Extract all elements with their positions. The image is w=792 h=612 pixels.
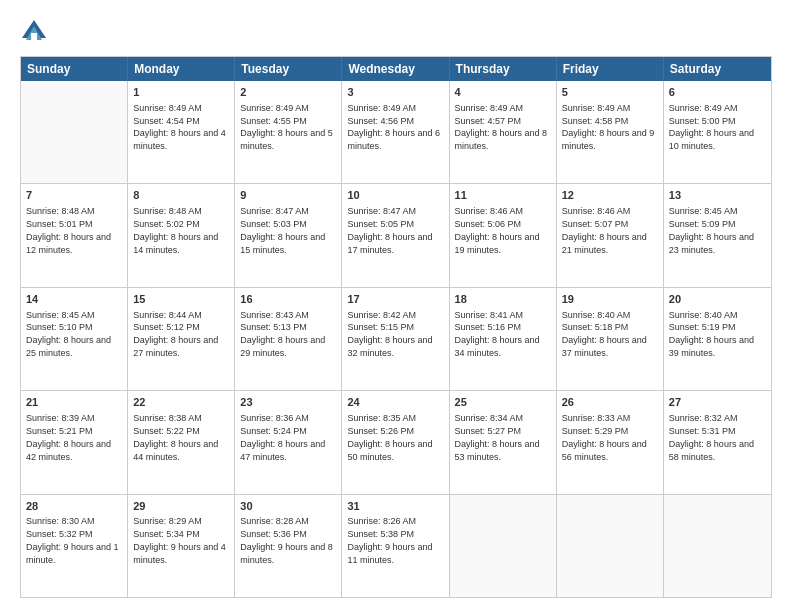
calendar-cell: 11Sunrise: 8:46 AMSunset: 5:06 PMDayligh… [450, 184, 557, 286]
calendar-cell: 8Sunrise: 8:48 AMSunset: 5:02 PMDaylight… [128, 184, 235, 286]
svg-rect-2 [31, 33, 37, 40]
cell-info: Sunrise: 8:34 AMSunset: 5:27 PMDaylight:… [455, 413, 540, 461]
cell-info: Sunrise: 8:29 AMSunset: 5:34 PMDaylight:… [133, 516, 226, 564]
cell-info: Sunrise: 8:33 AMSunset: 5:29 PMDaylight:… [562, 413, 647, 461]
cell-info: Sunrise: 8:35 AMSunset: 5:26 PMDaylight:… [347, 413, 432, 461]
cell-info: Sunrise: 8:47 AMSunset: 5:03 PMDaylight:… [240, 206, 325, 254]
day-number: 4 [455, 85, 551, 100]
cell-info: Sunrise: 8:49 AMSunset: 4:58 PMDaylight:… [562, 103, 655, 151]
calendar-body: 1Sunrise: 8:49 AMSunset: 4:54 PMDaylight… [21, 81, 771, 597]
calendar-cell: 21Sunrise: 8:39 AMSunset: 5:21 PMDayligh… [21, 391, 128, 493]
calendar-header: SundayMondayTuesdayWednesdayThursdayFrid… [21, 57, 771, 81]
calendar-week-row: 1Sunrise: 8:49 AMSunset: 4:54 PMDaylight… [21, 81, 771, 183]
cell-info: Sunrise: 8:45 AMSunset: 5:09 PMDaylight:… [669, 206, 754, 254]
calendar-cell: 6Sunrise: 8:49 AMSunset: 5:00 PMDaylight… [664, 81, 771, 183]
page: SundayMondayTuesdayWednesdayThursdayFrid… [0, 0, 792, 612]
day-number: 27 [669, 395, 766, 410]
cell-info: Sunrise: 8:49 AMSunset: 4:55 PMDaylight:… [240, 103, 333, 151]
day-number: 28 [26, 499, 122, 514]
calendar-cell: 22Sunrise: 8:38 AMSunset: 5:22 PMDayligh… [128, 391, 235, 493]
logo [20, 18, 52, 46]
day-header: Monday [128, 57, 235, 81]
cell-info: Sunrise: 8:38 AMSunset: 5:22 PMDaylight:… [133, 413, 218, 461]
calendar-cell: 30Sunrise: 8:28 AMSunset: 5:36 PMDayligh… [235, 495, 342, 597]
calendar-cell: 14Sunrise: 8:45 AMSunset: 5:10 PMDayligh… [21, 288, 128, 390]
calendar-week-row: 28Sunrise: 8:30 AMSunset: 5:32 PMDayligh… [21, 494, 771, 597]
calendar-cell: 7Sunrise: 8:48 AMSunset: 5:01 PMDaylight… [21, 184, 128, 286]
cell-info: Sunrise: 8:48 AMSunset: 5:01 PMDaylight:… [26, 206, 111, 254]
day-header: Friday [557, 57, 664, 81]
calendar-cell: 18Sunrise: 8:41 AMSunset: 5:16 PMDayligh… [450, 288, 557, 390]
logo-icon [20, 18, 48, 46]
calendar-cell: 1Sunrise: 8:49 AMSunset: 4:54 PMDaylight… [128, 81, 235, 183]
day-number: 11 [455, 188, 551, 203]
cell-info: Sunrise: 8:49 AMSunset: 4:56 PMDaylight:… [347, 103, 440, 151]
cell-info: Sunrise: 8:42 AMSunset: 5:15 PMDaylight:… [347, 310, 432, 358]
day-number: 14 [26, 292, 122, 307]
day-number: 16 [240, 292, 336, 307]
day-header: Wednesday [342, 57, 449, 81]
day-number: 5 [562, 85, 658, 100]
day-number: 17 [347, 292, 443, 307]
calendar-cell: 12Sunrise: 8:46 AMSunset: 5:07 PMDayligh… [557, 184, 664, 286]
calendar-cell: 15Sunrise: 8:44 AMSunset: 5:12 PMDayligh… [128, 288, 235, 390]
cell-info: Sunrise: 8:36 AMSunset: 5:24 PMDaylight:… [240, 413, 325, 461]
cell-info: Sunrise: 8:30 AMSunset: 5:32 PMDaylight:… [26, 516, 119, 564]
cell-info: Sunrise: 8:41 AMSunset: 5:16 PMDaylight:… [455, 310, 540, 358]
day-number: 10 [347, 188, 443, 203]
day-number: 24 [347, 395, 443, 410]
day-header: Thursday [450, 57, 557, 81]
day-number: 25 [455, 395, 551, 410]
calendar-cell: 4Sunrise: 8:49 AMSunset: 4:57 PMDaylight… [450, 81, 557, 183]
calendar-cell [21, 81, 128, 183]
calendar-cell: 31Sunrise: 8:26 AMSunset: 5:38 PMDayligh… [342, 495, 449, 597]
cell-info: Sunrise: 8:49 AMSunset: 4:54 PMDaylight:… [133, 103, 226, 151]
day-number: 26 [562, 395, 658, 410]
day-header: Sunday [21, 57, 128, 81]
calendar-cell: 20Sunrise: 8:40 AMSunset: 5:19 PMDayligh… [664, 288, 771, 390]
calendar-cell: 16Sunrise: 8:43 AMSunset: 5:13 PMDayligh… [235, 288, 342, 390]
day-number: 13 [669, 188, 766, 203]
calendar-cell: 25Sunrise: 8:34 AMSunset: 5:27 PMDayligh… [450, 391, 557, 493]
day-number: 2 [240, 85, 336, 100]
calendar-cell: 17Sunrise: 8:42 AMSunset: 5:15 PMDayligh… [342, 288, 449, 390]
cell-info: Sunrise: 8:43 AMSunset: 5:13 PMDaylight:… [240, 310, 325, 358]
cell-info: Sunrise: 8:47 AMSunset: 5:05 PMDaylight:… [347, 206, 432, 254]
cell-info: Sunrise: 8:26 AMSunset: 5:38 PMDaylight:… [347, 516, 432, 564]
cell-info: Sunrise: 8:46 AMSunset: 5:06 PMDaylight:… [455, 206, 540, 254]
calendar-cell: 19Sunrise: 8:40 AMSunset: 5:18 PMDayligh… [557, 288, 664, 390]
calendar-cell: 27Sunrise: 8:32 AMSunset: 5:31 PMDayligh… [664, 391, 771, 493]
cell-info: Sunrise: 8:49 AMSunset: 5:00 PMDaylight:… [669, 103, 754, 151]
day-number: 7 [26, 188, 122, 203]
day-number: 23 [240, 395, 336, 410]
cell-info: Sunrise: 8:49 AMSunset: 4:57 PMDaylight:… [455, 103, 548, 151]
calendar-cell [557, 495, 664, 597]
calendar-cell [664, 495, 771, 597]
cell-info: Sunrise: 8:40 AMSunset: 5:19 PMDaylight:… [669, 310, 754, 358]
header [20, 18, 772, 46]
day-number: 22 [133, 395, 229, 410]
calendar-cell: 9Sunrise: 8:47 AMSunset: 5:03 PMDaylight… [235, 184, 342, 286]
day-number: 20 [669, 292, 766, 307]
day-number: 29 [133, 499, 229, 514]
day-number: 31 [347, 499, 443, 514]
calendar-cell: 5Sunrise: 8:49 AMSunset: 4:58 PMDaylight… [557, 81, 664, 183]
day-number: 30 [240, 499, 336, 514]
day-header: Tuesday [235, 57, 342, 81]
calendar-cell: 23Sunrise: 8:36 AMSunset: 5:24 PMDayligh… [235, 391, 342, 493]
cell-info: Sunrise: 8:32 AMSunset: 5:31 PMDaylight:… [669, 413, 754, 461]
calendar-cell: 26Sunrise: 8:33 AMSunset: 5:29 PMDayligh… [557, 391, 664, 493]
cell-info: Sunrise: 8:48 AMSunset: 5:02 PMDaylight:… [133, 206, 218, 254]
cell-info: Sunrise: 8:44 AMSunset: 5:12 PMDaylight:… [133, 310, 218, 358]
day-number: 21 [26, 395, 122, 410]
calendar-cell: 29Sunrise: 8:29 AMSunset: 5:34 PMDayligh… [128, 495, 235, 597]
calendar-week-row: 21Sunrise: 8:39 AMSunset: 5:21 PMDayligh… [21, 390, 771, 493]
day-number: 12 [562, 188, 658, 203]
calendar-cell [450, 495, 557, 597]
day-number: 1 [133, 85, 229, 100]
day-number: 19 [562, 292, 658, 307]
cell-info: Sunrise: 8:45 AMSunset: 5:10 PMDaylight:… [26, 310, 111, 358]
cell-info: Sunrise: 8:46 AMSunset: 5:07 PMDaylight:… [562, 206, 647, 254]
cell-info: Sunrise: 8:40 AMSunset: 5:18 PMDaylight:… [562, 310, 647, 358]
calendar: SundayMondayTuesdayWednesdayThursdayFrid… [20, 56, 772, 598]
